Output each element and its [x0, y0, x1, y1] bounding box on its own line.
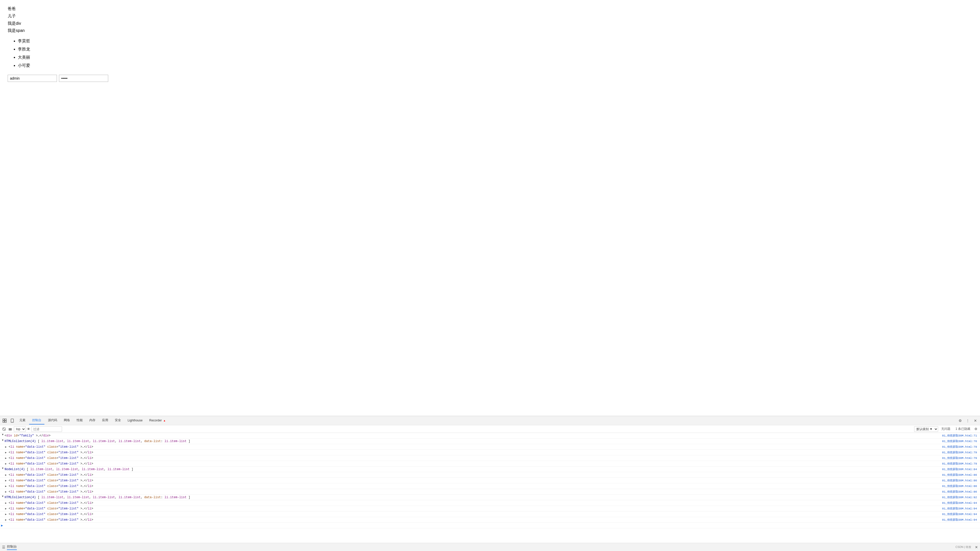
login-form: [8, 75, 972, 82]
list-item: 大美丽: [18, 53, 972, 62]
text-span: 我是span: [8, 27, 972, 35]
text-div: 我是div: [8, 20, 972, 27]
text-erzi: 儿子: [8, 13, 972, 20]
username-input[interactable]: [8, 75, 57, 82]
list-item: 李胜龙: [18, 45, 972, 53]
password-input[interactable]: [59, 75, 108, 82]
name-list: 李昊哲 李胜龙 大美丽 小可爱: [18, 37, 972, 70]
page-content: 爸爸 儿子 我是div 我是span 李昊哲 李胜龙 大美丽 小可爱: [0, 0, 980, 87]
text-baba: 爸爸: [8, 5, 972, 13]
list-item: 李昊哲: [18, 37, 972, 45]
list-item: 小可爱: [18, 62, 972, 70]
